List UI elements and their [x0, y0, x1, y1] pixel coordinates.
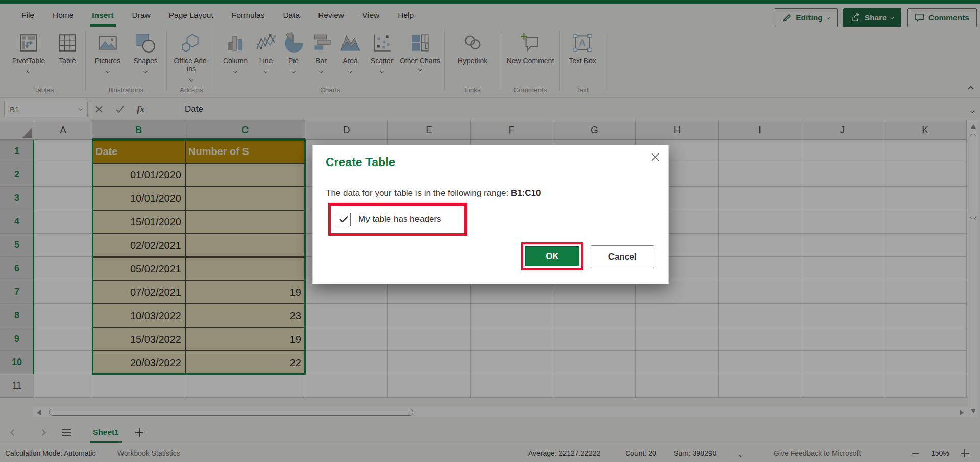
my-table-has-headers-checkbox[interactable] — [337, 213, 351, 226]
checkmark-icon — [339, 214, 348, 222]
ok-annotation-box: OK — [521, 242, 583, 270]
checkbox-label: My table has headers — [358, 214, 442, 224]
close-icon[interactable] — [650, 151, 661, 163]
dialog-body-text: The data for your table is in the follow… — [326, 188, 541, 198]
excel-online-app: File Home Insert Draw Page Layout Formul… — [0, 0, 980, 462]
create-table-dialog: Create Table The data for your table is … — [312, 145, 669, 284]
checkbox-annotation-box: My table has headers — [328, 203, 467, 236]
ok-button[interactable]: OK — [525, 246, 579, 266]
dialog-title: Create Table — [326, 156, 395, 169]
cancel-button[interactable]: Cancel — [591, 245, 654, 268]
table-range: B1:C10 — [511, 188, 541, 198]
